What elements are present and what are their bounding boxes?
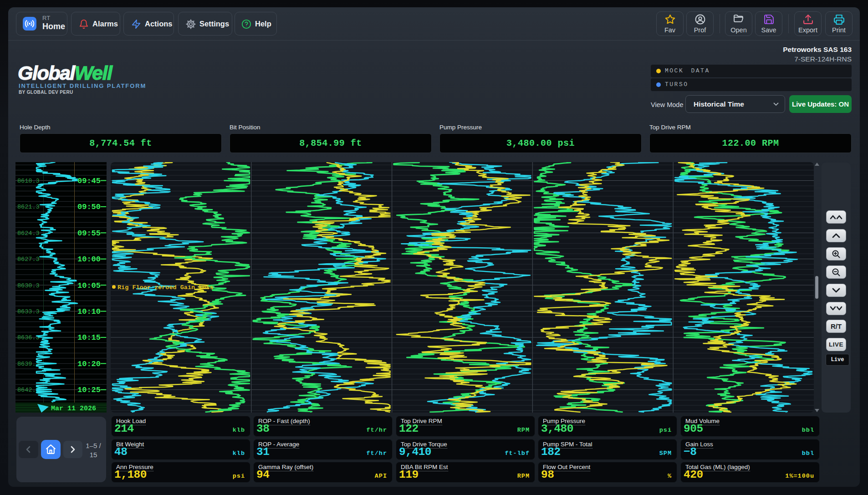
svg-text:10:20: 10:20 xyxy=(77,360,101,368)
svg-text:10:15: 10:15 xyxy=(77,333,101,342)
svg-text:Rig Floor zeroed Gain Loss: Rig Floor zeroed Gain Loss xyxy=(117,284,214,291)
svg-text:8630.3: 8630.3 xyxy=(17,282,40,289)
svg-text:09:55: 09:55 xyxy=(77,229,101,238)
svg-text:10:05: 10:05 xyxy=(77,281,101,290)
svg-text:09:50: 09:50 xyxy=(77,203,101,211)
svg-text:10:00: 10:00 xyxy=(77,255,101,264)
svg-text:8633.3: 8633.3 xyxy=(17,308,40,315)
svg-text:8624.3: 8624.3 xyxy=(17,230,40,237)
svg-text:10:25: 10:25 xyxy=(77,386,101,394)
svg-text:10:10: 10:10 xyxy=(77,307,101,316)
svg-text:09:45: 09:45 xyxy=(77,177,101,185)
svg-text:8621.3: 8621.3 xyxy=(17,204,40,210)
svg-text:Mar 11 2026: Mar 11 2026 xyxy=(51,405,96,413)
svg-text:8618.3: 8618.3 xyxy=(17,178,40,184)
svg-text:8627.3: 8627.3 xyxy=(17,256,40,263)
